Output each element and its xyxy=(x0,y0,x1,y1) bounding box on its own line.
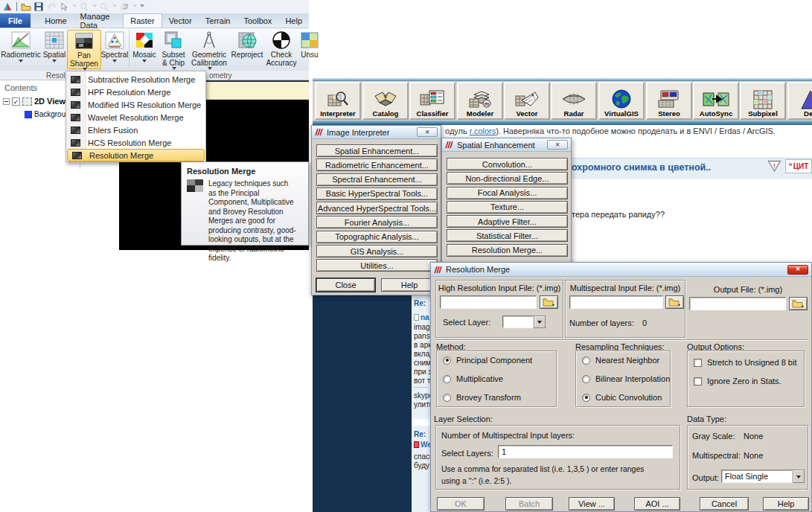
menu-item-modified-ihs-resolution-merge[interactable]: Modified IHS Resolution Merge xyxy=(66,98,205,111)
menu-item-resolution-merge[interactable]: Resolution Merge xyxy=(67,149,205,161)
ribbon-button-check-accuracy[interactable]: Check Accuracy xyxy=(264,30,298,69)
radio-cubic-convolution[interactable]: Cubic Convolution xyxy=(582,393,662,402)
close-icon[interactable]: ✕ xyxy=(547,140,568,150)
basic-hyperspectral-tools-button[interactable]: Basic HyperSpectral Tools... xyxy=(316,188,438,200)
radio-bilinear-interpolation[interactable]: Bilinear Interpolation xyxy=(582,374,670,383)
eraser-tool-icon[interactable] xyxy=(119,2,130,12)
toolbar-button-catalog[interactable]: Catalog xyxy=(362,82,409,120)
toolbar-button-autosync[interactable]: AutoSync xyxy=(693,82,739,120)
adaptive-filter-button[interactable]: Adaptive Filter... xyxy=(447,215,568,228)
ribbon-button-pan-sharpen[interactable]: Pan Sharpen xyxy=(67,30,101,69)
post-author[interactable]: na xyxy=(414,313,429,321)
tab-home[interactable]: Home xyxy=(38,13,73,28)
texture-button[interactable]: Texture... xyxy=(447,201,568,214)
spectral-enhancement-button[interactable]: Spectral Enhancement... xyxy=(316,173,438,186)
high-res-browse-button[interactable] xyxy=(540,295,558,309)
ribbon-button-radiometric[interactable]: Radiometric xyxy=(0,30,42,69)
topographic-analysis-button[interactable]: Topographic Analysis... xyxy=(316,231,438,243)
toolbar-button-modeler[interactable]: m Modeler xyxy=(457,82,503,120)
toolbar-button-virtualgis[interactable]: VirtualGIS xyxy=(598,82,645,120)
ok-button[interactable]: OK xyxy=(437,497,485,511)
image-interpreter-title-bar[interactable]: Image Interpreter ✕ xyxy=(312,126,441,139)
fourier-analysis-button[interactable]: Fourier Analysis... xyxy=(316,216,438,228)
combo-arrow-icon[interactable] xyxy=(793,470,805,483)
quote-button[interactable]: “ЦИТ xyxy=(785,159,812,173)
ribbon-button-spectral[interactable]: Spectral xyxy=(101,30,128,69)
menu-item-ehlers-fusion[interactable]: Ehlers Fusion xyxy=(66,124,205,136)
select-layers-input[interactable]: 1 xyxy=(498,445,673,458)
multispectral-input-field[interactable] xyxy=(569,295,663,309)
statistical-filter-button[interactable]: Statistical Filter... xyxy=(447,229,568,242)
ribbon-button-mosaic[interactable]: Mosaic xyxy=(130,30,159,69)
pointer-dropdown-icon[interactable] xyxy=(72,4,77,10)
toolbar-button-vector[interactable]: Vector xyxy=(504,82,550,120)
title-bar[interactable] xyxy=(0,0,309,13)
resolution-merge-title-bar[interactable]: Resolution Merge ✕ xyxy=(431,263,811,277)
menu-item-hcs-resolution-merge[interactable]: HCS Resolution Merge xyxy=(66,136,205,149)
ribbon-button-reproject[interactable]: Reproject xyxy=(230,30,264,69)
combo-arrow-icon[interactable] xyxy=(534,316,546,328)
post-subject[interactable]: Re: xyxy=(414,299,426,307)
checkbox-stretch-8bit[interactable]: Stretch to Unsigned 8 bit xyxy=(694,358,796,367)
report-warning-icon[interactable]: ! xyxy=(767,160,781,173)
zoom-out-dropdown-icon[interactable] xyxy=(112,4,117,10)
gis-analysis-button[interactable]: GIS Analysis... xyxy=(316,245,438,257)
eraser-dropdown-icon[interactable] xyxy=(132,4,137,10)
multispectral-browse-button[interactable] xyxy=(665,295,684,309)
spatial-enhancement-title-bar[interactable]: Spatial Enhancement ✕ xyxy=(442,138,571,152)
ribbon-button-geometric-calibration[interactable]: Geometric Calibration xyxy=(188,30,230,69)
close-icon[interactable]: ✕ xyxy=(787,265,808,275)
utilities-button[interactable]: Utilities... xyxy=(316,259,438,272)
high-res-input-field[interactable] xyxy=(440,295,537,309)
toolbar-button-stereo[interactable]: Stereo xyxy=(646,82,692,120)
open-folder-icon[interactable] xyxy=(21,2,31,12)
toolbar-button-interpreter[interactable]: Interpreter xyxy=(315,82,361,120)
save-icon[interactable] xyxy=(33,2,44,12)
forum-rcolors-link[interactable]: r.colors xyxy=(470,127,496,135)
output-type-combo[interactable]: Float Single xyxy=(721,470,805,483)
tree-item-background[interactable]: Backgroun xyxy=(25,110,70,118)
advanced-hyperspectral-tools-button[interactable]: Advanced HyperSpectral Tools... xyxy=(316,202,438,214)
tab-file[interactable]: File xyxy=(0,13,31,28)
zoom-in-dropdown-icon[interactable] xyxy=(92,4,97,10)
toolbar-button-delta[interactable]: Delt xyxy=(787,82,812,120)
ribbon-button-spatial[interactable]: Spatial xyxy=(42,30,67,69)
tree-item-2d-view[interactable]: ✓ 2D View xyxy=(3,97,65,106)
tree-collapse-icon[interactable] xyxy=(3,98,10,105)
radio-principal-component[interactable]: Principal Component xyxy=(443,356,532,365)
radio-nearest-neighbor[interactable]: Nearest Neighbor xyxy=(582,356,659,365)
toolbar-button-subpixel[interactable]: Subpixel xyxy=(740,82,786,120)
quick-access-more-icon[interactable] xyxy=(140,4,144,10)
close-icon[interactable]: ✕ xyxy=(417,127,438,137)
menu-item-hpf-resolution-merge[interactable]: HPF Resolution Merge xyxy=(66,86,205,98)
tab-toolbox[interactable]: Toolbox xyxy=(237,13,278,28)
output-file-field[interactable] xyxy=(689,297,786,310)
tab-help[interactable]: Help xyxy=(278,13,309,28)
tab-manage-data[interactable]: Manage Data xyxy=(74,13,124,28)
tab-raster[interactable]: Raster xyxy=(123,13,162,28)
output-browse-button[interactable] xyxy=(789,297,808,310)
tab-terrain[interactable]: Terrain xyxy=(199,13,237,28)
focal-analysis-button[interactable]: Focal Analysis... xyxy=(447,187,568,199)
pointer-tool-icon[interactable] xyxy=(59,2,69,12)
ribbon-button-subset-chip[interactable]: Subset & Chip xyxy=(159,30,188,69)
toolbar-button-radar[interactable]: Radar xyxy=(551,82,597,120)
menu-item-wavelet-resolution-merge[interactable]: Wavelet Resolution Merge xyxy=(66,111,205,124)
post-subject[interactable]: Re: xyxy=(414,430,426,438)
resolution-merge-button[interactable]: Resolution Merge... xyxy=(447,244,568,257)
help-button[interactable]: Help xyxy=(763,497,809,511)
aoi-button[interactable]: AOI ... xyxy=(634,497,680,511)
batch-button[interactable]: Batch xyxy=(505,497,553,511)
radiometric-enhancement-button[interactable]: Radiometric Enhancement... xyxy=(316,159,438,171)
radio-multiplicative[interactable]: Multiplicative xyxy=(443,374,503,383)
close-button[interactable]: Close xyxy=(316,278,375,292)
select-layer-combo[interactable] xyxy=(502,316,546,328)
non-directional-edge-button[interactable]: Non-directional Edge... xyxy=(447,172,568,185)
help-button[interactable]: Help xyxy=(381,278,438,292)
zoom-out-tool-icon[interactable] xyxy=(99,2,109,12)
post-author[interactable]: We xyxy=(414,441,430,449)
convolution-button[interactable]: Convolution... xyxy=(447,158,568,170)
tab-vector[interactable]: Vector xyxy=(162,13,199,28)
undo-icon[interactable] xyxy=(46,2,57,12)
zoom-in-tool-icon[interactable] xyxy=(79,2,89,12)
